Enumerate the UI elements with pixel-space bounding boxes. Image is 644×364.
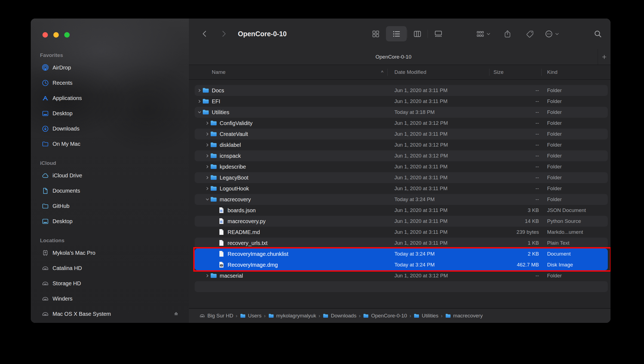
folder-icon [363, 313, 369, 319]
sidebar-item-recents[interactable]: Recents [31, 75, 189, 90]
column-header-kind[interactable]: Kind [547, 65, 557, 79]
column-header-name[interactable]: Name [212, 65, 226, 79]
disclosure-right-icon[interactable] [206, 187, 209, 190]
sidebar-item-on-my-mac[interactable]: On My Mac [31, 136, 189, 151]
view-list-button[interactable] [386, 26, 407, 41]
plus-icon [601, 54, 607, 60]
new-tab-button[interactable] [598, 49, 611, 65]
file-row-docs[interactable]: DocsJun 1, 2020 at 3:11 PM--Folder [195, 85, 608, 96]
search-button[interactable] [590, 26, 605, 41]
file-size: 462.7 MB [506, 259, 539, 270]
sidebar-item-applications[interactable]: Applications [31, 90, 189, 106]
file-row-utilities[interactable]: UtilitiesToday at 3:18 PM--Folder [195, 107, 608, 118]
file-row-boards-json[interactable]: boards.jsonJun 1, 2020 at 3:11 PM3 KBJSO… [195, 205, 608, 216]
disclosure-right-icon[interactable] [206, 176, 209, 180]
folder-icon [202, 98, 209, 105]
folder-icon [210, 196, 217, 203]
disclosure-right-icon[interactable] [198, 99, 201, 103]
sidebar-item-winders[interactable]: Winders [31, 291, 189, 306]
sidebar-item-label: On My Mac [53, 141, 80, 147]
file-row-legacyboot[interactable]: LegacyBootJun 1, 2020 at 3:11 PM--Folder [195, 172, 608, 183]
sidebar-item-github[interactable]: GitHub [31, 198, 189, 214]
column-header-date-modified[interactable]: Date Modified [394, 65, 426, 79]
disclosure-right-icon[interactable] [206, 132, 209, 136]
file-name: macserial [220, 270, 243, 281]
view-gallery-button[interactable] [428, 26, 449, 41]
tab-bar: OpenCore-0-10 [189, 49, 611, 65]
file-row-macserial[interactable]: macserialJun 1, 2020 at 3:12 PM--Folder [195, 270, 608, 281]
group-button[interactable] [472, 26, 495, 41]
file-row-macrecovery[interactable]: macrecoveryToday at 3:24 PM--Folder [195, 194, 608, 205]
breadcrumb-users[interactable]: Users [240, 313, 262, 319]
breadcrumb-mykolagrymalyuk[interactable]: mykolagrymalyuk [268, 313, 316, 319]
disclosure-down-icon[interactable] [198, 110, 201, 114]
breadcrumb-label: Big Sur HD [207, 313, 233, 319]
zoom-button[interactable] [64, 32, 70, 38]
more-actions-button[interactable] [539, 26, 565, 41]
disclosure-right-icon[interactable] [198, 89, 201, 92]
tab-opencore[interactable]: OpenCore-0-10 [189, 49, 598, 65]
column-divider[interactable] [489, 69, 489, 76]
close-button[interactable] [42, 32, 48, 38]
file-kind: Folder [547, 161, 562, 172]
sidebar-item-mykola-s-mac-pro[interactable]: Mykola’s Mac Pro [31, 245, 189, 260]
disclosure-right-icon[interactable] [206, 143, 209, 147]
file-row-configvalidity[interactable]: ConfigValidityJun 1, 2020 at 3:12 PM--Fo… [195, 118, 608, 129]
empty-row [195, 281, 608, 292]
file-row-macrecovery-py[interactable]: macrecovery.pyJun 1, 2020 at 3:11 PM14 K… [195, 216, 608, 227]
disclosure-right-icon[interactable] [206, 165, 209, 169]
view-grid-button[interactable] [366, 26, 385, 41]
share-button[interactable] [500, 26, 515, 41]
breadcrumb-utilities[interactable]: Utilities [413, 313, 438, 319]
hdd-icon [42, 310, 49, 318]
file-size: -- [506, 172, 539, 183]
tag-icon [526, 30, 534, 38]
breadcrumb-big-sur-hd[interactable]: Big Sur HD [199, 313, 233, 319]
sidebar-item-desktop[interactable]: Desktop [31, 106, 189, 121]
breadcrumb-macrecovery[interactable]: macrecovery [445, 313, 483, 319]
file-kind: Folder [547, 96, 562, 107]
back-button[interactable] [199, 26, 211, 41]
sidebar-item-mac-os-x-base-system[interactable]: Mac OS X Base System [31, 306, 189, 321]
file-row-efi[interactable]: EFIJun 1, 2020 at 3:11 PM--Folder [195, 96, 608, 107]
disclosure-down-icon[interactable] [206, 198, 209, 201]
hdd-icon [42, 280, 49, 287]
sidebar-item-downloads[interactable]: Downloads [31, 121, 189, 136]
sidebar-item-catalina-hd[interactable]: Catalina HD [31, 260, 189, 276]
file-row-disklabel[interactable]: disklabelJun 1, 2020 at 3:12 PM--Folder [195, 139, 608, 150]
file-name: icnspack [220, 150, 241, 161]
eject-icon[interactable] [173, 311, 179, 317]
file-row-createvault[interactable]: CreateVaultJun 1, 2020 at 3:11 PM--Folde… [195, 129, 608, 139]
forward-button[interactable] [218, 26, 230, 41]
file-row-logouthook[interactable]: LogoutHookJun 1, 2020 at 3:11 PM--Folder [195, 183, 608, 194]
sidebar-item-documents[interactable]: Documents [31, 183, 189, 198]
chevron-icon [198, 110, 201, 114]
file-row-kpdescribe[interactable]: kpdescribeJun 1, 2020 at 3:11 PM--Folder [195, 161, 608, 172]
folder-icon [210, 272, 217, 279]
sidebar-item-icloud-drive[interactable]: iCloud Drive [31, 168, 189, 183]
tag-button[interactable] [522, 26, 538, 41]
file-name: disklabel [220, 139, 241, 150]
column-header-size[interactable]: Size [493, 65, 504, 79]
file-row-recovery-urls-txt[interactable]: recovery_urls.txtJun 1, 2020 at 3:11 PM1… [195, 238, 608, 248]
breadcrumb-opencore-0-10[interactable]: OpenCore-0-10 [363, 313, 407, 319]
column-divider[interactable] [541, 69, 542, 76]
disclosure-right-icon[interactable] [206, 274, 209, 278]
column-divider[interactable] [387, 69, 388, 76]
sidebar-item-desktop[interactable]: Desktop [31, 214, 189, 229]
disclosure-right-icon[interactable] [206, 121, 209, 125]
file-size: -- [506, 161, 539, 172]
file-row-recoveryimage-dmg[interactable]: RecoveryImage.dmgToday at 3:24 PM462.7 M… [195, 259, 608, 270]
folder-icon [210, 130, 217, 138]
sidebar-item-airdrop[interactable]: AirDrop [31, 60, 189, 75]
minimize-button[interactable] [53, 32, 59, 38]
disclosure-right-icon[interactable] [206, 154, 209, 158]
sidebar-item-label: Mac OS X Base System [53, 311, 111, 317]
sidebar-item-storage-hd[interactable]: Storage HD [31, 276, 189, 291]
file-row-readme-md[interactable]: README.mdJun 1, 2020 at 3:11 PM239 bytes… [195, 227, 608, 238]
view-columns-button[interactable] [407, 26, 427, 41]
file-row-recoveryimage-chunklist[interactable]: RecoveryImage.chunklistToday at 3:24 PM2… [195, 248, 608, 259]
file-row-icnspack[interactable]: icnspackJun 1, 2020 at 3:12 PM--Folder [195, 150, 608, 161]
breadcrumb-downloads[interactable]: Downloads [323, 313, 356, 319]
grid-view-icon [372, 30, 380, 38]
